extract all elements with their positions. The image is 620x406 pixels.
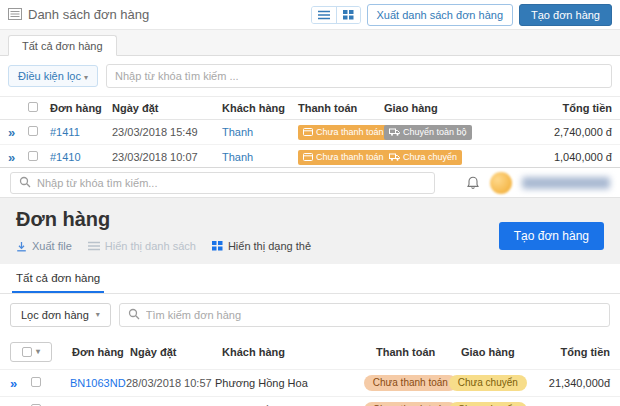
app-top-bar: [0, 168, 620, 198]
col-shipping: Giao hàng: [384, 102, 520, 114]
create-order-button[interactable]: Tạo đơn hàng: [499, 222, 604, 250]
legacy-header-bar: Danh sách đơn hàng Xuất danh sách đơn hà…: [0, 0, 620, 30]
row-checkbox[interactable]: [28, 151, 50, 163]
tab-all-orders[interactable]: Tất cả đơn hàng: [8, 35, 117, 56]
caret-down-icon: ▾: [84, 73, 88, 82]
checkbox-icon: [22, 347, 32, 357]
user-avatar[interactable]: [490, 172, 512, 194]
shipping-status-badge: Chưa chuyển: [449, 402, 527, 406]
col-customer: Khách hàng: [222, 102, 298, 114]
table-row: » #1411 23/03/2018 15:49 Thanh Chưa than…: [0, 120, 620, 145]
grid-view-button[interactable]: [336, 7, 360, 23]
view-toggle-group: [311, 6, 361, 24]
col-order: Đơn hàng: [72, 346, 130, 358]
tab-bar: Tất cả đơn hàng: [0, 264, 620, 294]
order-search-box: [119, 303, 610, 327]
table-row: » #1410 23/03/2018 10:07 Thanh Chưa than…: [0, 145, 620, 170]
col-order: Đơn hàng: [50, 102, 112, 114]
shipping-status-badge: Chưa chuyển: [384, 150, 462, 165]
expand-row-chevron[interactable]: »: [8, 126, 28, 139]
order-list-icon: [8, 8, 22, 22]
order-date: 23/03/2018 10:07: [112, 151, 222, 163]
order-total: 2,740,000 đ: [520, 126, 612, 138]
notifications-bell-icon[interactable]: [466, 176, 480, 190]
col-total: Tổng tiền: [520, 102, 612, 114]
page-title: Danh sách đơn hàng: [28, 7, 149, 22]
truck-icon: [389, 128, 400, 136]
export-order-list-button[interactable]: Xuất danh sách đơn hàng: [367, 4, 513, 26]
search-input[interactable]: [106, 64, 612, 88]
customer-link[interactable]: Thanh: [222, 126, 253, 138]
search-icon: [128, 308, 140, 322]
export-file-button[interactable]: Xuất file: [16, 240, 72, 252]
payment-status-badge: Chưa thanh toán: [298, 125, 389, 140]
caret-down-icon: ▾: [96, 311, 100, 319]
shipping-status-badge: Chưa chuyển: [449, 375, 527, 391]
col-payment: Thanh toán: [298, 102, 384, 114]
row-checkbox[interactable]: [28, 126, 50, 138]
payment-status-badge: Chưa thanh toán: [364, 375, 457, 391]
customer-name: Phương Hồng Hoa: [215, 377, 364, 389]
list-view-icon: [88, 241, 100, 251]
row-checkbox[interactable]: [31, 377, 70, 389]
create-order-button[interactable]: Tạo đơn hàng: [519, 4, 612, 26]
new-order-list-panel: Đơn hàng Xuất file Hiển thị danh sách Hi…: [0, 168, 620, 406]
legacy-tab-bar: Tất cả đơn hàng: [0, 30, 620, 56]
col-shipping: Giao hàng: [461, 346, 524, 358]
col-date: Ngày đặt: [130, 346, 222, 358]
expand-row-chevron[interactable]: »: [8, 151, 28, 164]
col-date: Ngày đặt: [112, 102, 222, 114]
checkbox-icon: [28, 151, 38, 161]
select-all-dropdown[interactable]: ▾: [10, 342, 52, 362]
grid-view-icon: [212, 241, 223, 251]
search-icon: [19, 176, 31, 190]
truck-icon: [389, 153, 400, 161]
order-total: 1,040,000 đ: [520, 151, 612, 163]
global-search-input[interactable]: [37, 177, 426, 189]
checkbox-icon: [31, 377, 41, 387]
table-row: » BN1062ND 27/03/2018 09:40 Phương Hồng …: [0, 396, 620, 406]
caret-down-icon: ▾: [36, 348, 40, 356]
page-header: Đơn hàng Xuất file Hiển thị danh sách Hi…: [0, 198, 620, 264]
table-header: ▾ Đơn hàng Ngày đặt Khách hàng Thanh toá…: [0, 336, 620, 369]
orders-card: Tất cả đơn hàng Lọc đơn hàng▾ ▾ Đơn hàng…: [0, 264, 620, 406]
order-date: 23/03/2018 15:49: [112, 126, 222, 138]
payment-status-badge: Chưa thanh toán: [298, 150, 389, 165]
payment-status-badge: Chưa thanh toán: [364, 402, 457, 406]
order-total: 21,340,000đ: [527, 377, 610, 389]
global-search-box: [10, 172, 435, 194]
shipping-status-badge: Chuyển toàn bộ: [384, 125, 472, 140]
checkbox-icon: [28, 102, 38, 112]
download-icon: [16, 241, 27, 252]
legacy-order-list-panel: Danh sách đơn hàng Xuất danh sách đơn hà…: [0, 0, 620, 168]
filter-orders-dropdown[interactable]: Lọc đơn hàng▾: [10, 303, 111, 327]
show-card-view-button[interactable]: Hiển thị dạng thẻ: [212, 240, 311, 252]
legacy-filter-row: Điều kiện lọc ▾: [0, 56, 620, 96]
order-search-input[interactable]: [146, 309, 601, 321]
filter-row: Lọc đơn hàng▾: [0, 294, 620, 336]
expand-row-chevron[interactable]: »: [10, 377, 31, 390]
legacy-table-header: Đơn hàng Ngày đặt Khách hàng Thanh toán …: [0, 96, 620, 120]
order-link[interactable]: #1411: [50, 126, 80, 138]
col-total: Tổng tiền: [524, 346, 610, 358]
checkbox-icon: [28, 126, 38, 136]
legacy-header-actions: Xuất danh sách đơn hàng Tạo đơn hàng: [311, 4, 612, 26]
user-name-redacted[interactable]: [522, 177, 610, 189]
customer-link[interactable]: Thanh: [222, 151, 253, 163]
list-view-button[interactable]: [312, 7, 336, 23]
show-list-view-button[interactable]: Hiển thị danh sách: [88, 240, 196, 252]
credit-card-icon: [303, 153, 313, 161]
select-all-checkbox[interactable]: [28, 102, 50, 114]
col-payment: Thanh toán: [376, 346, 461, 358]
order-link[interactable]: #1410: [50, 151, 81, 163]
credit-card-icon: [303, 128, 313, 136]
order-date: 28/03/2018 10:57: [126, 377, 215, 389]
order-link[interactable]: BN1063ND: [70, 377, 126, 389]
filter-conditions-button[interactable]: Điều kiện lọc ▾: [8, 65, 98, 87]
table-row: » BN1063ND 28/03/2018 10:57 Phương Hồng …: [0, 369, 620, 396]
tab-all-orders[interactable]: Tất cả đơn hàng: [12, 264, 104, 293]
col-customer: Khách hàng: [222, 346, 376, 358]
